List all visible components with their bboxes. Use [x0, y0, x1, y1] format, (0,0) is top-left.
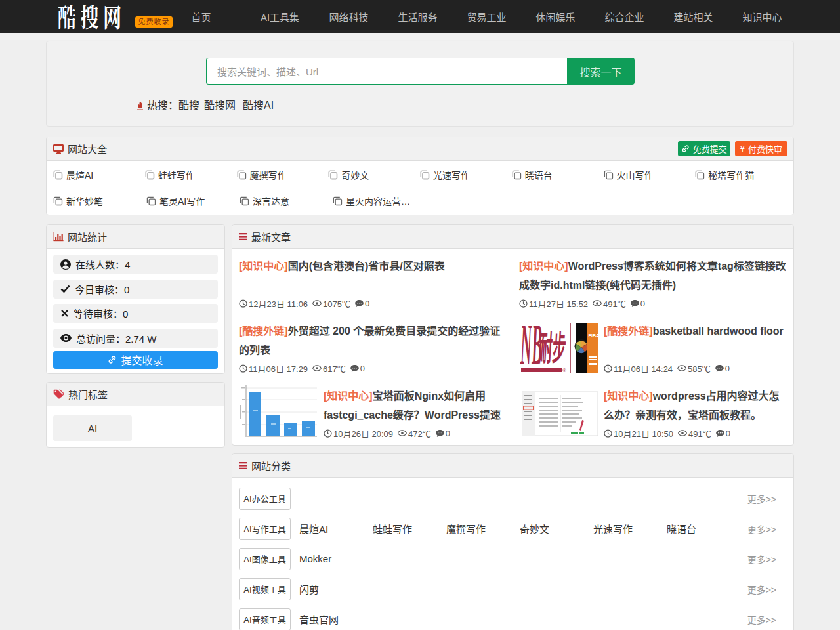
- svg-text:耐步: 耐步: [537, 329, 567, 368]
- svg-text:®: ®: [562, 368, 566, 373]
- svg-text:FIBA: FIBA: [589, 333, 599, 339]
